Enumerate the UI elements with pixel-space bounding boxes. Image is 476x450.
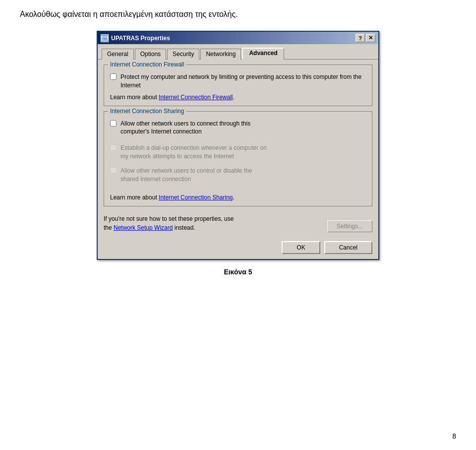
tab-options[interactable]: Options — [135, 49, 166, 60]
sharing-content: Allow other network users to connect thr… — [110, 120, 366, 201]
firewall-checkbox-row: Protect my computer and network by limit… — [110, 73, 366, 90]
firewall-learn-suffix: . — [233, 94, 234, 101]
settings-button[interactable]: Settings... — [327, 220, 372, 232]
sharing-checkbox1-row: Allow other network users to connect thr… — [110, 120, 366, 136]
cancel-button[interactable]: Cancel — [324, 241, 372, 254]
intro-text: Ακολούθως φαίνεται η αποεπιλεγμένη κατάσ… — [20, 10, 456, 19]
firewall-group: Internet Connection Firewall Protect my … — [104, 64, 372, 106]
tab-content: Internet Connection Firewall Protect my … — [98, 60, 378, 237]
title-bar-buttons: ? ✕ — [356, 34, 375, 42]
bottom-text: If you're not sure how to set these prop… — [104, 214, 322, 232]
figure-caption: Εικόνα 5 — [20, 268, 456, 276]
sharing-checkbox2-row: Establish a dial-up connection whenever … — [110, 144, 366, 161]
tab-networking[interactable]: Networking — [200, 49, 241, 60]
tab-security[interactable]: Security — [167, 49, 199, 60]
firewall-legend: Internet Connection Firewall — [108, 61, 186, 68]
sharing-legend: Internet Connection Sharing — [108, 108, 186, 115]
firewall-checkbox-label: Protect my computer and network by limit… — [120, 73, 366, 90]
close-button[interactable]: ✕ — [366, 34, 375, 42]
window-icon — [101, 34, 109, 42]
sharing-learn-more: Learn more about Internet Connection Sha… — [110, 194, 366, 201]
sharing-checkbox2-label: Establish a dial-up connection whenever … — [120, 144, 267, 161]
firewall-learn-link[interactable]: Internet Connection Firewall — [159, 94, 233, 101]
sharing-learn-link[interactable]: Internet Connection Sharing — [159, 194, 233, 201]
firewall-learn-more: Learn more about Internet Connection Fir… — [110, 94, 366, 101]
bottom-section: If you're not sure how to set these prop… — [104, 211, 372, 232]
firewall-checkbox[interactable] — [110, 73, 117, 80]
sharing-learn-suffix: . — [233, 194, 235, 201]
sharing-checkbox1-label: Allow other network users to connect thr… — [120, 120, 250, 136]
dialog-window: UPATRAS Properties ? ✕ General Options S… — [97, 31, 379, 260]
sharing-checkbox3-label: Allow other network users to control or … — [120, 167, 252, 184]
title-bar-left: UPATRAS Properties — [101, 34, 170, 42]
help-button[interactable]: ? — [356, 34, 365, 42]
tab-advanced[interactable]: Advanced — [242, 48, 284, 60]
window-title: UPATRAS Properties — [111, 35, 170, 42]
tab-bar: General Options Security Networking Adva… — [98, 44, 378, 60]
firewall-learn-prefix: Learn more about — [110, 94, 159, 101]
title-bar: UPATRAS Properties ? ✕ — [98, 32, 378, 44]
sharing-group: Internet Connection Sharing Allow other … — [104, 111, 372, 207]
svg-rect-0 — [102, 36, 108, 40]
dialog-buttons-area: OK Cancel — [98, 237, 378, 259]
sharing-learn-prefix: Learn more about — [110, 194, 159, 201]
tab-general[interactable]: General — [102, 49, 134, 60]
sharing-checkbox3-row: Allow other network users to control or … — [110, 167, 366, 184]
bottom-text-suffix: instead. — [173, 224, 195, 231]
firewall-content: Protect my computer and network by limit… — [110, 73, 366, 101]
sharing-checkbox3[interactable] — [110, 167, 117, 174]
sharing-checkbox1[interactable] — [110, 120, 117, 127]
ok-button[interactable]: OK — [282, 241, 320, 254]
network-wizard-link[interactable]: Network Setup Wizard — [114, 224, 173, 231]
svg-point-2 — [103, 39, 104, 40]
sharing-checkbox2[interactable] — [110, 144, 117, 151]
